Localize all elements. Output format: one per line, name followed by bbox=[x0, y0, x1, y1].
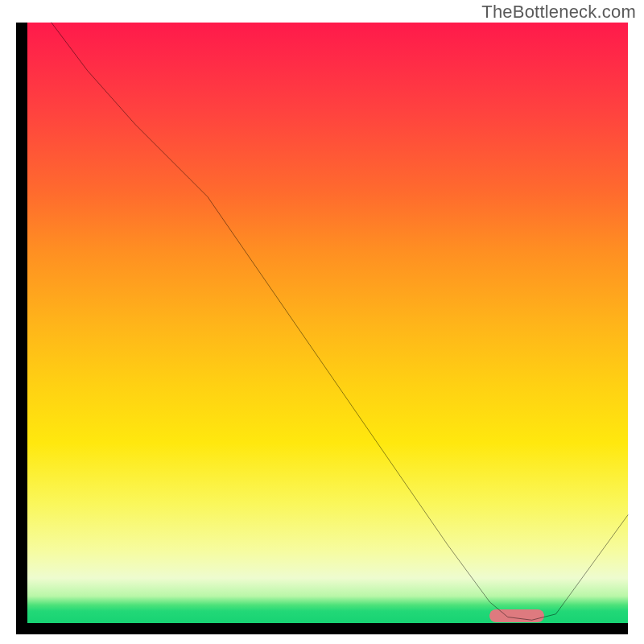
chart-axes-frame bbox=[16, 23, 628, 634]
attribution-text: TheBottleneck.com bbox=[481, 2, 636, 23]
